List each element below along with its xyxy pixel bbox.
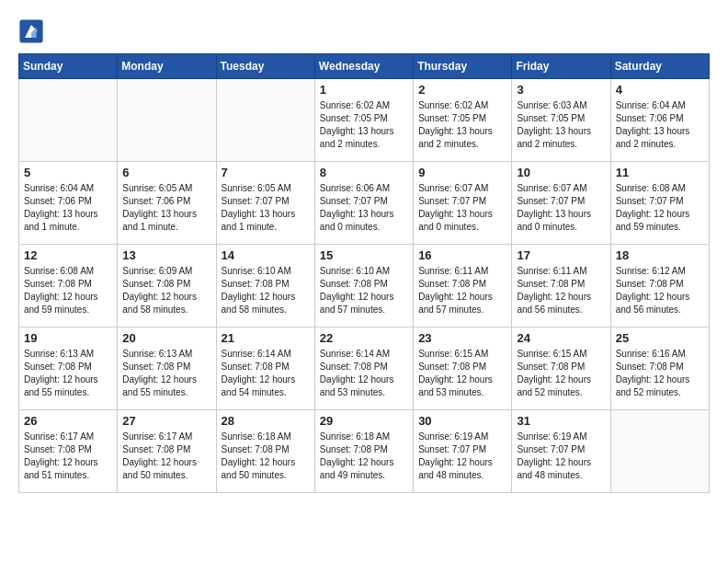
calendar-cell: 6Sunrise: 6:05 AM Sunset: 7:06 PM Daylig… [118, 162, 216, 245]
calendar-cell [610, 410, 709, 493]
calendar-cell: 16Sunrise: 6:11 AM Sunset: 7:08 PM Dayli… [414, 245, 512, 327]
day-number: 22 [320, 331, 408, 345]
weekday-header-saturday: Saturday [610, 54, 709, 79]
day-number: 5 [24, 166, 112, 179]
day-info: Sunrise: 6:15 AM Sunset: 7:08 PM Dayligh… [517, 348, 605, 399]
day-number: 17 [517, 248, 605, 262]
day-info: Sunrise: 6:02 AM Sunset: 7:05 PM Dayligh… [320, 99, 408, 151]
logo [18, 18, 48, 44]
day-info: Sunrise: 6:05 AM Sunset: 7:06 PM Dayligh… [122, 182, 210, 234]
day-number: 3 [517, 83, 605, 97]
calendar-table: SundayMondayTuesdayWednesdayThursdayFrid… [18, 53, 710, 493]
calendar-cell [19, 79, 118, 162]
day-info: Sunrise: 6:13 AM Sunset: 7:08 PM Dayligh… [122, 348, 210, 399]
calendar-cell: 15Sunrise: 6:10 AM Sunset: 7:08 PM Dayli… [314, 245, 413, 327]
weekday-header-monday: Monday [118, 54, 216, 79]
day-number: 1 [320, 83, 408, 97]
day-number: 27 [122, 414, 210, 428]
calendar-cell: 30Sunrise: 6:19 AM Sunset: 7:07 PM Dayli… [414, 410, 512, 493]
weekday-header-thursday: Thursday [414, 54, 512, 79]
day-info: Sunrise: 6:06 AM Sunset: 7:07 PM Dayligh… [320, 182, 408, 234]
day-info: Sunrise: 6:07 AM Sunset: 7:07 PM Dayligh… [418, 182, 506, 234]
calendar-cell: 26Sunrise: 6:17 AM Sunset: 7:08 PM Dayli… [19, 410, 118, 493]
day-number: 10 [517, 166, 605, 179]
day-number: 14 [222, 248, 310, 262]
day-info: Sunrise: 6:03 AM Sunset: 7:05 PM Dayligh… [517, 99, 605, 151]
day-info: Sunrise: 6:02 AM Sunset: 7:05 PM Dayligh… [418, 99, 506, 151]
calendar-cell: 24Sunrise: 6:15 AM Sunset: 7:08 PM Dayli… [512, 327, 610, 410]
calendar-cell: 10Sunrise: 6:07 AM Sunset: 7:07 PM Dayli… [512, 162, 610, 245]
calendar-cell: 2Sunrise: 6:02 AM Sunset: 7:05 PM Daylig… [414, 79, 512, 162]
day-info: Sunrise: 6:10 AM Sunset: 7:08 PM Dayligh… [222, 265, 310, 316]
weekday-header-friday: Friday [512, 54, 610, 79]
day-number: 30 [418, 414, 506, 428]
day-number: 12 [24, 248, 112, 262]
calendar-cell: 17Sunrise: 6:11 AM Sunset: 7:08 PM Dayli… [512, 245, 610, 327]
calendar-cell: 28Sunrise: 6:18 AM Sunset: 7:08 PM Dayli… [216, 410, 314, 493]
day-info: Sunrise: 6:18 AM Sunset: 7:08 PM Dayligh… [222, 431, 310, 482]
day-number: 18 [616, 248, 704, 262]
day-info: Sunrise: 6:08 AM Sunset: 7:08 PM Dayligh… [24, 265, 112, 316]
calendar-cell: 22Sunrise: 6:14 AM Sunset: 7:08 PM Dayli… [314, 327, 413, 410]
day-number: 13 [122, 248, 210, 262]
calendar-cell: 20Sunrise: 6:13 AM Sunset: 7:08 PM Dayli… [118, 327, 216, 410]
calendar-cell: 19Sunrise: 6:13 AM Sunset: 7:08 PM Dayli… [19, 327, 118, 410]
day-info: Sunrise: 6:19 AM Sunset: 7:07 PM Dayligh… [517, 431, 605, 482]
calendar-cell: 1Sunrise: 6:02 AM Sunset: 7:05 PM Daylig… [314, 79, 413, 162]
day-number: 6 [122, 166, 210, 179]
logo-icon [18, 18, 44, 44]
calendar-cell: 5Sunrise: 6:04 AM Sunset: 7:06 PM Daylig… [19, 162, 118, 245]
day-number: 16 [418, 248, 506, 262]
calendar-cell: 23Sunrise: 6:15 AM Sunset: 7:08 PM Dayli… [414, 327, 512, 410]
day-info: Sunrise: 6:17 AM Sunset: 7:08 PM Dayligh… [24, 431, 112, 482]
day-info: Sunrise: 6:18 AM Sunset: 7:08 PM Dayligh… [320, 431, 408, 482]
calendar-cell: 3Sunrise: 6:03 AM Sunset: 7:05 PM Daylig… [512, 79, 610, 162]
day-info: Sunrise: 6:08 AM Sunset: 7:07 PM Dayligh… [616, 182, 704, 234]
calendar-cell: 31Sunrise: 6:19 AM Sunset: 7:07 PM Dayli… [512, 410, 610, 493]
calendar-cell [216, 79, 314, 162]
day-number: 8 [320, 166, 408, 179]
weekday-header-sunday: Sunday [19, 54, 118, 79]
weekday-header-tuesday: Tuesday [216, 54, 314, 79]
calendar-cell: 11Sunrise: 6:08 AM Sunset: 7:07 PM Dayli… [610, 162, 709, 245]
day-number: 9 [418, 166, 506, 179]
calendar-cell: 21Sunrise: 6:14 AM Sunset: 7:08 PM Dayli… [216, 327, 314, 410]
calendar-cell [118, 79, 216, 162]
day-number: 21 [222, 331, 310, 345]
day-info: Sunrise: 6:13 AM Sunset: 7:08 PM Dayligh… [24, 348, 112, 399]
day-number: 23 [418, 331, 506, 345]
calendar-cell: 12Sunrise: 6:08 AM Sunset: 7:08 PM Dayli… [19, 245, 118, 327]
day-info: Sunrise: 6:04 AM Sunset: 7:06 PM Dayligh… [616, 99, 704, 151]
day-info: Sunrise: 6:17 AM Sunset: 7:08 PM Dayligh… [122, 431, 210, 482]
day-info: Sunrise: 6:16 AM Sunset: 7:08 PM Dayligh… [616, 348, 704, 399]
day-number: 19 [24, 331, 112, 345]
day-info: Sunrise: 6:07 AM Sunset: 7:07 PM Dayligh… [517, 182, 605, 234]
day-number: 31 [517, 414, 605, 428]
day-number: 20 [122, 331, 210, 345]
day-info: Sunrise: 6:05 AM Sunset: 7:07 PM Dayligh… [222, 182, 310, 234]
calendar-cell: 18Sunrise: 6:12 AM Sunset: 7:08 PM Dayli… [610, 245, 709, 327]
day-number: 24 [517, 331, 605, 345]
day-info: Sunrise: 6:12 AM Sunset: 7:08 PM Dayligh… [616, 265, 704, 316]
calendar-cell: 13Sunrise: 6:09 AM Sunset: 7:08 PM Dayli… [118, 245, 216, 327]
day-number: 15 [320, 248, 408, 262]
day-info: Sunrise: 6:10 AM Sunset: 7:08 PM Dayligh… [320, 265, 408, 316]
calendar-cell: 7Sunrise: 6:05 AM Sunset: 7:07 PM Daylig… [216, 162, 314, 245]
page-header [18, 18, 710, 44]
weekday-header-wednesday: Wednesday [314, 54, 413, 79]
day-info: Sunrise: 6:11 AM Sunset: 7:08 PM Dayligh… [418, 265, 506, 316]
day-info: Sunrise: 6:09 AM Sunset: 7:08 PM Dayligh… [122, 265, 210, 316]
day-number: 4 [616, 83, 704, 97]
day-number: 7 [222, 166, 310, 179]
day-number: 2 [418, 83, 506, 97]
day-info: Sunrise: 6:14 AM Sunset: 7:08 PM Dayligh… [320, 348, 408, 399]
day-info: Sunrise: 6:04 AM Sunset: 7:06 PM Dayligh… [24, 182, 112, 234]
day-number: 29 [320, 414, 408, 428]
day-info: Sunrise: 6:11 AM Sunset: 7:08 PM Dayligh… [517, 265, 605, 316]
day-number: 25 [616, 331, 704, 345]
day-number: 11 [616, 166, 704, 179]
calendar-cell: 4Sunrise: 6:04 AM Sunset: 7:06 PM Daylig… [610, 79, 709, 162]
day-number: 26 [24, 414, 112, 428]
calendar-cell: 9Sunrise: 6:07 AM Sunset: 7:07 PM Daylig… [414, 162, 512, 245]
day-info: Sunrise: 6:19 AM Sunset: 7:07 PM Dayligh… [418, 431, 506, 482]
